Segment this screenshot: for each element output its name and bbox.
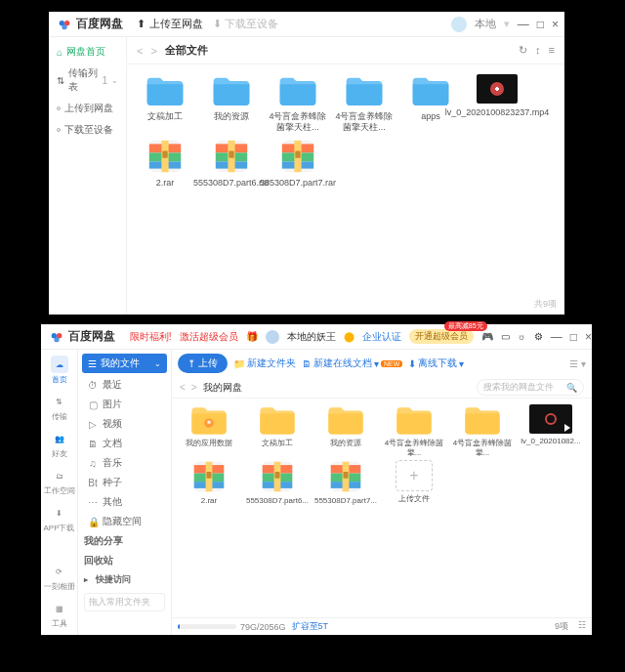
game-icon[interactable]: 🎮	[481, 331, 493, 342]
side-文档[interactable]: 🗎文档	[78, 434, 171, 453]
side-图片[interactable]: ▢图片	[78, 395, 171, 414]
download-link[interactable]: ⬇ 下载至设备	[213, 17, 278, 31]
dot-icon	[57, 128, 61, 132]
file-item[interactable]: 我的应用数据	[176, 404, 242, 456]
title-bar: 百度网盘 ⬆ 上传至网盘 ⬇ 下载至设备 本地 ▾ — □ ×	[49, 12, 564, 37]
close-button[interactable]: ×	[585, 330, 592, 344]
rail-workspace[interactable]: 🗂工作空间	[44, 467, 75, 496]
offline-button[interactable]: ⬇ 离线下载 ▾	[408, 357, 464, 370]
sidebar-myfiles[interactable]: ☰ 我的文件 ⌄	[82, 354, 167, 373]
quick-search[interactable]: 拖入常用文件夹	[84, 593, 165, 611]
upload-placeholder[interactable]: +	[396, 460, 433, 491]
user-name[interactable]: 本地的妖王	[287, 330, 336, 344]
file-item[interactable]: 文稿加工	[244, 404, 311, 456]
minimize-button[interactable]: —	[551, 330, 562, 344]
rail-tools[interactable]: ▦工具	[51, 600, 68, 629]
file-item[interactable]: 4号盲盒养蜂除菌擎...	[449, 404, 516, 456]
file-item[interactable]: 文稿加工	[133, 74, 197, 133]
file-item[interactable]: 555308D7.part7...	[312, 460, 379, 506]
sidebar-transfer[interactable]: ⇅ 传输列表 1 ⌄	[49, 63, 126, 98]
avatar[interactable]	[451, 17, 467, 32]
file-item[interactable]: 我的资源	[312, 404, 379, 456]
file-item[interactable]: 4号盲盒养蜂除菌擎...	[381, 404, 447, 456]
sidebar-download[interactable]: 下载至设备	[49, 119, 126, 141]
refresh-icon[interactable]: ↻	[519, 44, 527, 57]
logo-icon	[57, 17, 72, 32]
sidebar-recycle[interactable]: 回收站	[78, 551, 171, 570]
minimize-button[interactable]: —	[518, 18, 529, 31]
new-folder-button[interactable]: 📁 新建文件夹	[233, 357, 296, 370]
promo-link[interactable]: 限时福利!	[130, 330, 172, 344]
sidebar: ⌂ 网盘首页 ⇅ 传输列表 1 ⌄ 上传到网盘 下载至设备	[49, 37, 127, 315]
side-音乐[interactable]: ♫音乐	[78, 453, 171, 473]
sidebar-myshare[interactable]: 我的分享	[78, 531, 171, 551]
close-button[interactable]: ×	[552, 18, 559, 31]
file-item[interactable]: 2.rar	[176, 460, 242, 506]
sidebar: ☰ 我的文件 ⌄ ⏱最近▢图片▷视频🗎文档♫音乐Bt种子⋯其他🔒隐藏空间 我的分…	[78, 350, 172, 635]
rail-transfer[interactable]: ⇅传输	[51, 393, 68, 422]
file-item[interactable]: apps	[398, 74, 463, 133]
file-label: 4号盲盒养蜂除菌擎天柱...	[266, 111, 330, 133]
sort-icon[interactable]: ↕	[535, 44, 541, 57]
logo-text: 百度网盘	[76, 16, 123, 32]
side-视频[interactable]: ▷视频	[78, 414, 171, 434]
maximize-button[interactable]: □	[570, 330, 577, 344]
rail-app[interactable]: ⬇APP下载	[43, 504, 74, 533]
nav-forward[interactable]: >	[150, 45, 156, 57]
rail-refresh[interactable]: ⟳一刻相册	[44, 563, 75, 592]
list-view-icon[interactable]: ☷	[578, 620, 586, 633]
side-最近[interactable]: ⏱最近	[78, 375, 171, 395]
view-toggle[interactable]: ☰ ▾	[569, 358, 586, 369]
search-input[interactable]: 搜索我的网盘文件🔍	[477, 379, 584, 396]
tools-icon: ▦	[51, 600, 68, 617]
file-item[interactable]: 555308D7.part6.rar	[199, 139, 264, 189]
file-label: 4号盲盒养蜂除菌擎天柱...	[332, 111, 396, 133]
nav-back[interactable]: <	[180, 382, 186, 393]
enterprise-link[interactable]: 企业认证	[362, 330, 401, 344]
chevron-down-icon: ⌄	[111, 76, 118, 85]
upload-link[interactable]: ⬆ 上传至网盘	[137, 17, 203, 31]
settings-icon[interactable]: ⚙	[534, 331, 543, 342]
transfer-icon: ⇅	[57, 75, 64, 86]
file-label: 文稿加工	[147, 111, 183, 122]
open-vip-button[interactable]: 开通超级会员 最高减85元	[409, 329, 474, 344]
nav-back[interactable]: <	[137, 45, 143, 57]
transfer-icon: ⇅	[51, 393, 68, 410]
rail-cloud[interactable]: ☁首页	[51, 356, 68, 385]
file-item[interactable]: +上传文件	[381, 460, 447, 506]
vip-icon: ⬤	[344, 331, 354, 342]
search-icon: 🔍	[566, 383, 577, 393]
sidebar-quick[interactable]: ▸快捷访问	[78, 570, 171, 589]
breadcrumb[interactable]: 我的网盘	[203, 381, 242, 395]
maximize-button[interactable]: □	[537, 18, 544, 31]
logo-text: 百度网盘	[68, 328, 115, 345]
file-item[interactable]: 555308D7.part7.rar	[266, 139, 330, 189]
file-item[interactable]: lv_0_2020100823237.mp4	[465, 74, 529, 133]
view-icon[interactable]: ≡	[549, 44, 555, 57]
file-label: 我的资源	[330, 439, 361, 448]
file-label: 上传文件	[398, 494, 430, 504]
expand-link[interactable]: 扩容至5T	[292, 620, 329, 633]
upload-button[interactable]: ⤒ 上传	[178, 354, 228, 373]
file-item[interactable]: 4号盲盒养蜂除菌擎天柱...	[266, 74, 330, 133]
activate-link[interactable]: 激活超级会员	[180, 330, 238, 344]
file-item[interactable]: 555308D7.part6...	[244, 460, 311, 506]
file-label: 555308D7.part6...	[246, 496, 309, 506]
bell-icon[interactable]: ▭	[501, 331, 510, 342]
avatar[interactable]	[266, 330, 279, 344]
user-label[interactable]: 本地	[475, 17, 496, 31]
side-其他[interactable]: ⋯其他	[78, 492, 171, 512]
skin-icon[interactable]: ☼	[518, 331, 526, 342]
sidebar-upload[interactable]: 上传到网盘	[49, 98, 126, 119]
file-item[interactable]: 2.rar	[133, 139, 197, 189]
file-item[interactable]: 我的资源	[199, 74, 264, 133]
file-item[interactable]: lv_0_20201082...	[518, 404, 584, 456]
nav-forward[interactable]: >	[191, 382, 197, 393]
side-隐藏空间[interactable]: 🔒隐藏空间	[78, 512, 171, 531]
file-item[interactable]: 4号盲盒养蜂除菌擎天柱...	[332, 74, 396, 133]
side-种子[interactable]: Bt种子	[78, 473, 171, 492]
upload-icon: ⬆	[137, 18, 146, 30]
sidebar-home[interactable]: ⌂ 网盘首页	[49, 41, 126, 63]
new-doc-button[interactable]: 🗎 新建在线文档 ▾ NEW	[302, 357, 402, 370]
rail-friends[interactable]: 👥好友	[51, 430, 68, 459]
